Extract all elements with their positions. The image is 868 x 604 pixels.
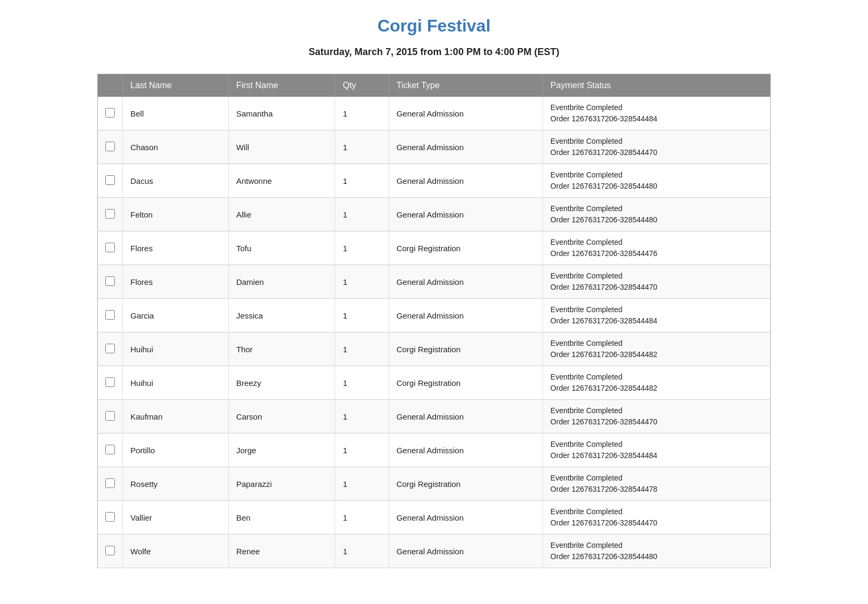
cell-payment-status: Eventbrite CompletedOrder 12676317206-32… bbox=[542, 400, 770, 433]
cell-payment-status: Eventbrite CompletedOrder 12676317206-32… bbox=[542, 467, 770, 501]
cell-first-name: Paparazzi bbox=[228, 467, 335, 501]
row-checkbox-cell bbox=[98, 433, 123, 467]
row-checkbox[interactable] bbox=[105, 445, 115, 454]
cell-first-name: Ben bbox=[228, 501, 335, 535]
cell-last-name: Kaufman bbox=[123, 400, 229, 433]
cell-ticket-type: General Admission bbox=[389, 400, 542, 433]
cell-qty: 1 bbox=[335, 130, 389, 164]
row-checkbox-cell bbox=[98, 467, 123, 501]
cell-payment-status: Eventbrite CompletedOrder 12676317206-32… bbox=[542, 164, 770, 198]
row-checkbox-cell bbox=[98, 97, 123, 130]
table-row: DacusAntwonne1General AdmissionEventbrit… bbox=[98, 164, 771, 198]
cell-first-name: Jessica bbox=[228, 299, 335, 332]
table-row: RosettyPaparazzi1Corgi RegistrationEvent… bbox=[98, 467, 771, 501]
cell-first-name: Renee bbox=[228, 535, 335, 568]
row-checkbox[interactable] bbox=[105, 209, 115, 219]
table-row: WolfeRenee1General AdmissionEventbrite C… bbox=[98, 535, 771, 568]
row-checkbox-cell bbox=[98, 501, 123, 535]
cell-ticket-type: General Admission bbox=[389, 433, 542, 467]
cell-ticket-type: General Admission bbox=[389, 265, 542, 299]
cell-first-name: Carson bbox=[228, 400, 335, 433]
cell-qty: 1 bbox=[335, 332, 389, 366]
registrations-table: Last Name First Name Qty Ticket Type Pay… bbox=[97, 74, 771, 568]
cell-ticket-type: Corgi Registration bbox=[389, 332, 542, 366]
cell-last-name: Wolfe bbox=[123, 535, 229, 568]
row-checkbox[interactable] bbox=[105, 411, 115, 421]
table-header-row: Last Name First Name Qty Ticket Type Pay… bbox=[98, 74, 771, 97]
header-first-name: First Name bbox=[228, 74, 335, 97]
table-row: PortilloJorge1General AdmissionEventbrit… bbox=[98, 433, 771, 467]
table-row: FloresTofu1Corgi RegistrationEventbrite … bbox=[98, 231, 771, 265]
header-qty: Qty bbox=[335, 74, 389, 97]
row-checkbox[interactable] bbox=[105, 478, 115, 488]
table-row: FloresDamien1General AdmissionEventbrite… bbox=[98, 265, 771, 299]
row-checkbox-cell bbox=[98, 130, 123, 164]
row-checkbox[interactable] bbox=[105, 276, 115, 286]
cell-qty: 1 bbox=[335, 535, 389, 568]
cell-ticket-type: General Admission bbox=[389, 299, 542, 332]
cell-payment-status: Eventbrite CompletedOrder 12676317206-32… bbox=[542, 535, 770, 568]
table-row: ChasonWill1General AdmissionEventbrite C… bbox=[98, 130, 771, 164]
cell-first-name: Allie bbox=[228, 198, 335, 231]
cell-ticket-type: General Admission bbox=[389, 535, 542, 568]
cell-ticket-type: General Admission bbox=[389, 198, 542, 231]
cell-ticket-type: General Admission bbox=[389, 97, 542, 130]
cell-first-name: Samantha bbox=[228, 97, 335, 130]
table-row: VallierBen1General AdmissionEventbrite C… bbox=[98, 501, 771, 535]
cell-ticket-type: General Admission bbox=[389, 501, 542, 535]
cell-last-name: Vallier bbox=[123, 501, 229, 535]
cell-first-name: Will bbox=[228, 130, 335, 164]
cell-payment-status: Eventbrite CompletedOrder 12676317206-32… bbox=[542, 433, 770, 467]
row-checkbox[interactable] bbox=[105, 344, 115, 353]
cell-qty: 1 bbox=[335, 467, 389, 501]
cell-last-name: Flores bbox=[123, 231, 229, 265]
row-checkbox[interactable] bbox=[105, 377, 115, 387]
cell-payment-status: Eventbrite CompletedOrder 12676317206-32… bbox=[542, 332, 770, 366]
cell-qty: 1 bbox=[335, 265, 389, 299]
cell-ticket-type: Corgi Registration bbox=[389, 231, 542, 265]
row-checkbox[interactable] bbox=[105, 108, 115, 118]
cell-last-name: Huihui bbox=[123, 332, 229, 366]
row-checkbox-cell bbox=[98, 265, 123, 299]
cell-last-name: Felton bbox=[123, 198, 229, 231]
cell-last-name: Garcia bbox=[123, 299, 229, 332]
cell-payment-status: Eventbrite CompletedOrder 12676317206-32… bbox=[542, 265, 770, 299]
header-payment-status: Payment Status bbox=[542, 74, 770, 97]
cell-payment-status: Eventbrite CompletedOrder 12676317206-32… bbox=[542, 366, 770, 400]
cell-last-name: Rosetty bbox=[123, 467, 229, 501]
cell-first-name: Damien bbox=[228, 265, 335, 299]
row-checkbox[interactable] bbox=[105, 142, 115, 151]
cell-last-name: Chason bbox=[123, 130, 229, 164]
cell-first-name: Jorge bbox=[228, 433, 335, 467]
cell-payment-status: Eventbrite CompletedOrder 12676317206-32… bbox=[542, 97, 770, 130]
row-checkbox[interactable] bbox=[105, 310, 115, 320]
row-checkbox-cell bbox=[98, 231, 123, 265]
row-checkbox-cell bbox=[98, 198, 123, 231]
cell-ticket-type: Corgi Registration bbox=[389, 366, 542, 400]
row-checkbox[interactable] bbox=[105, 512, 115, 522]
cell-first-name: Breezy bbox=[228, 366, 335, 400]
table-row: BellSamantha1General AdmissionEventbrite… bbox=[98, 97, 771, 130]
cell-last-name: Flores bbox=[123, 265, 229, 299]
cell-ticket-type: General Admission bbox=[389, 164, 542, 198]
cell-qty: 1 bbox=[335, 97, 389, 130]
row-checkbox-cell bbox=[98, 164, 123, 198]
row-checkbox-cell bbox=[98, 299, 123, 332]
header-checkbox-col bbox=[98, 74, 123, 97]
cell-ticket-type: General Admission bbox=[389, 130, 542, 164]
cell-last-name: Portillo bbox=[123, 433, 229, 467]
cell-qty: 1 bbox=[335, 164, 389, 198]
cell-qty: 1 bbox=[335, 501, 389, 535]
cell-qty: 1 bbox=[335, 198, 389, 231]
row-checkbox-cell bbox=[98, 400, 123, 433]
cell-qty: 1 bbox=[335, 433, 389, 467]
cell-ticket-type: Corgi Registration bbox=[389, 467, 542, 501]
cell-payment-status: Eventbrite CompletedOrder 12676317206-32… bbox=[542, 130, 770, 164]
event-date: Saturday, March 7, 2015 from 1:00 PM to … bbox=[97, 47, 771, 58]
row-checkbox[interactable] bbox=[105, 243, 115, 252]
table-row: HuihuiBreezy1Corgi RegistrationEventbrit… bbox=[98, 366, 771, 400]
cell-last-name: Bell bbox=[123, 97, 229, 130]
cell-payment-status: Eventbrite CompletedOrder 12676317206-32… bbox=[542, 299, 770, 332]
row-checkbox[interactable] bbox=[105, 175, 115, 185]
row-checkbox[interactable] bbox=[105, 546, 115, 555]
